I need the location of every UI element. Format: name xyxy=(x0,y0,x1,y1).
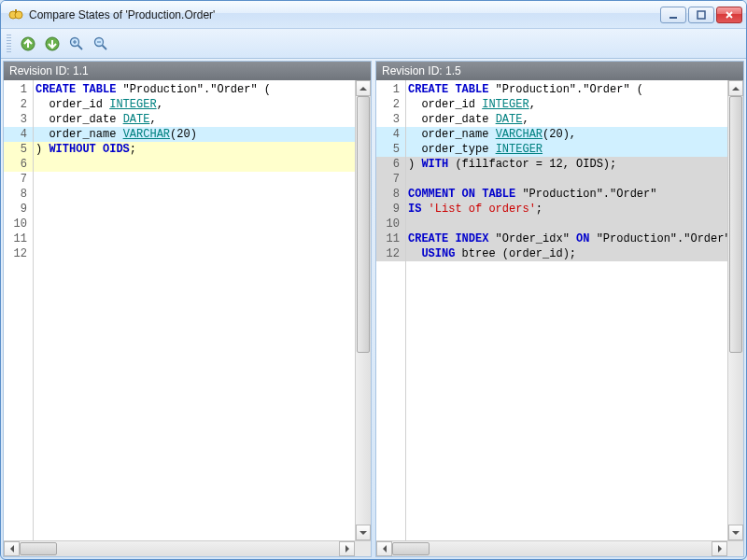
line-number: 9 xyxy=(4,202,33,217)
code-line[interactable]: IS 'List of orders'; xyxy=(406,202,727,217)
maximize-button[interactable] xyxy=(688,7,714,23)
left-gutter: 123456789101112 xyxy=(4,80,34,540)
scroll-thumb[interactable] xyxy=(392,542,430,555)
svg-rect-3 xyxy=(669,17,677,19)
line-number: 8 xyxy=(4,187,33,202)
code-line[interactable]: order_date DATE, xyxy=(34,112,355,127)
svg-line-8 xyxy=(78,45,83,49)
titlebar[interactable]: Compare States of 'Production.Order' xyxy=(1,1,746,29)
scroll-left-button[interactable] xyxy=(376,541,392,556)
right-code[interactable]: CREATE TABLE "Production"."Order" ( orde… xyxy=(406,80,727,540)
line-number: 11 xyxy=(4,231,33,246)
code-line[interactable] xyxy=(34,172,355,187)
line-number: 6 xyxy=(376,157,405,172)
line-number: 10 xyxy=(376,217,405,231)
line-number: 3 xyxy=(376,112,405,127)
zoom-in-button[interactable] xyxy=(65,33,88,55)
code-line[interactable]: ) WITH (fillfactor = 12, OIDS); xyxy=(406,157,727,172)
code-line[interactable] xyxy=(34,202,355,217)
code-line[interactable]: order_name VARCHAR(20), xyxy=(406,127,727,142)
app-icon xyxy=(8,7,23,22)
line-number: 6 xyxy=(4,157,33,172)
scroll-track[interactable] xyxy=(20,541,339,556)
scroll-up-button[interactable] xyxy=(356,80,371,96)
next-diff-button[interactable] xyxy=(41,33,63,55)
window-title: Compare States of 'Production.Order' xyxy=(29,8,660,21)
left-pane-header: Revision ID: 1.1 xyxy=(4,62,371,80)
scroll-corner xyxy=(355,541,371,556)
code-line[interactable] xyxy=(34,231,355,246)
line-number: 3 xyxy=(4,112,33,127)
line-number: 2 xyxy=(376,97,405,112)
svg-line-10 xyxy=(103,45,107,49)
line-number: 8 xyxy=(376,187,405,202)
line-number: 10 xyxy=(4,217,33,231)
scroll-thumb[interactable] xyxy=(357,96,370,353)
code-line[interactable]: CREATE TABLE "Production"."Order" ( xyxy=(406,82,727,97)
right-pane: Revision ID: 1.5 123456789101112 CREATE … xyxy=(375,61,744,557)
left-hscrollbar[interactable] xyxy=(4,540,371,556)
left-code[interactable]: CREATE TABLE "Production"."Order" ( orde… xyxy=(34,80,355,540)
code-line[interactable]: ) WITHOUT OIDS; xyxy=(34,142,355,157)
code-line[interactable]: order_date DATE, xyxy=(406,112,727,127)
code-line[interactable]: order_type INTEGER xyxy=(406,142,727,157)
code-line[interactable] xyxy=(34,157,355,172)
prev-diff-button[interactable] xyxy=(17,33,39,55)
line-number: 5 xyxy=(376,142,405,157)
code-line[interactable]: COMMENT ON TABLE "Production"."Order" xyxy=(406,187,727,202)
code-line[interactable] xyxy=(406,172,727,187)
line-number: 1 xyxy=(4,82,33,97)
line-number: 9 xyxy=(376,202,405,217)
line-number: 11 xyxy=(376,231,405,246)
code-line[interactable]: USING btree (order_id); xyxy=(406,246,727,261)
scroll-corner xyxy=(727,541,743,556)
left-pane: Revision ID: 1.1 123456789101112 CREATE … xyxy=(3,61,372,557)
line-number: 1 xyxy=(376,82,405,97)
code-line[interactable]: CREATE INDEX "Order_idx" ON "Production"… xyxy=(406,231,727,246)
code-line[interactable] xyxy=(34,246,355,261)
scroll-thumb[interactable] xyxy=(729,96,742,353)
right-vscrollbar[interactable] xyxy=(727,80,743,540)
line-number: 4 xyxy=(376,127,405,142)
line-number: 7 xyxy=(376,172,405,187)
left-vscrollbar[interactable] xyxy=(355,80,371,540)
window-controls xyxy=(660,7,742,23)
line-number: 12 xyxy=(376,246,405,261)
minimize-button[interactable] xyxy=(660,7,686,23)
code-line[interactable]: CREATE TABLE "Production"."Order" ( xyxy=(34,82,355,97)
line-number: 12 xyxy=(4,246,33,261)
code-line[interactable]: order_id INTEGER, xyxy=(406,97,727,112)
scroll-track[interactable] xyxy=(392,541,712,556)
right-gutter: 123456789101112 xyxy=(376,80,406,540)
code-line[interactable] xyxy=(406,217,727,231)
toolbar-grip[interactable] xyxy=(7,35,11,53)
scroll-up-button[interactable] xyxy=(728,80,743,96)
code-line[interactable] xyxy=(34,187,355,202)
line-number: 5 xyxy=(4,142,33,157)
scroll-right-button[interactable] xyxy=(339,541,355,556)
scroll-left-button[interactable] xyxy=(4,541,20,556)
scroll-down-button[interactable] xyxy=(356,525,371,540)
code-line[interactable] xyxy=(34,217,355,231)
scroll-right-button[interactable] xyxy=(712,541,727,556)
close-button[interactable] xyxy=(716,7,742,23)
window: Compare States of 'Production.Order' Rev… xyxy=(0,0,747,560)
scroll-thumb[interactable] xyxy=(20,542,57,555)
split-container: Revision ID: 1.1 123456789101112 CREATE … xyxy=(1,59,746,559)
line-number: 7 xyxy=(4,172,33,187)
scroll-down-button[interactable] xyxy=(728,525,743,540)
left-editor[interactable]: 123456789101112 CREATE TABLE "Production… xyxy=(4,80,371,540)
scroll-track[interactable] xyxy=(356,96,371,525)
scroll-track[interactable] xyxy=(728,96,743,525)
right-hscrollbar[interactable] xyxy=(376,540,743,556)
right-pane-header: Revision ID: 1.5 xyxy=(376,62,743,80)
svg-rect-2 xyxy=(15,9,17,13)
toolbar xyxy=(1,29,746,59)
right-editor[interactable]: 123456789101112 CREATE TABLE "Production… xyxy=(376,80,743,540)
line-number: 4 xyxy=(4,127,33,142)
line-number: 2 xyxy=(4,97,33,112)
code-line[interactable]: order_name VARCHAR(20) xyxy=(34,127,355,142)
zoom-out-button[interactable] xyxy=(90,33,112,55)
svg-rect-4 xyxy=(698,11,705,19)
code-line[interactable]: order_id INTEGER, xyxy=(34,97,355,112)
